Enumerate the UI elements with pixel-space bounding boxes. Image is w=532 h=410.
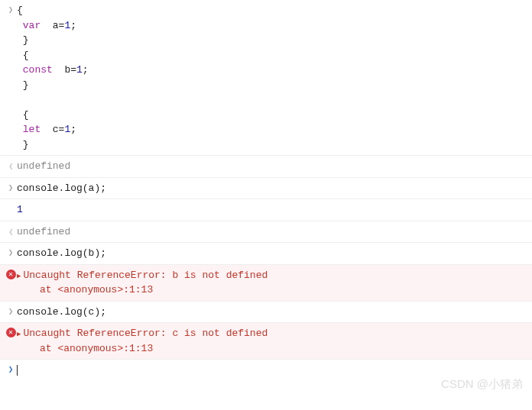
console-input[interactable]: ❯console.log(c); [0, 301, 532, 323]
console-error[interactable]: ✕▶Uncaught ReferenceError: b is not defi… [0, 264, 532, 301]
input-arrow-icon: ❯ [5, 3, 17, 17]
input-arrow-icon: ❯ [5, 305, 17, 318]
console-error[interactable]: ✕▶Uncaught ReferenceError: c is not defi… [0, 322, 532, 359]
input-arrow-icon: ❯ [5, 246, 17, 260]
console-output-undefined: ❯undefined [0, 155, 532, 177]
console-input[interactable]: ❯{ var a=1; } { const b=1; } { let c=1; … [0, 0, 532, 155]
output-arrow-icon: ❯ [5, 159, 17, 173]
console-input[interactable]: ❯console.log(b); [0, 242, 532, 264]
output-arrow-icon: ❯ [5, 224, 17, 238]
input-arrow-icon: ❯ [5, 181, 17, 195]
error-message: ▶Uncaught ReferenceError: c is not defin… [17, 326, 527, 356]
disclosure-triangle-icon[interactable]: ▶ [17, 330, 21, 341]
log-value: 1 [17, 202, 527, 218]
input-text: console.log(b); [17, 246, 527, 261]
error-message: ▶Uncaught ReferenceError: b is not defin… [17, 268, 527, 298]
error-icon: ✕ [5, 326, 17, 337]
input-text: console.log(a); [17, 181, 527, 196]
console-input[interactable]: ❯console.log(a); [0, 177, 532, 199]
disclosure-triangle-icon[interactable]: ▶ [17, 272, 21, 282]
console-prompt[interactable]: ❯ [0, 359, 532, 381]
code-block: { var a=1; } { const b=1; } { let c=1; } [17, 3, 527, 152]
console-output-undefined: ❯undefined [0, 221, 532, 243]
undefined-text: undefined [17, 224, 527, 240]
prompt-input[interactable] [17, 363, 527, 378]
cursor [17, 365, 18, 376]
input-text: console.log(c); [17, 305, 527, 320]
console-output: ❯{ var a=1; } { const b=1; } { let c=1; … [0, 0, 532, 381]
error-icon: ✕ [5, 268, 17, 279]
console-log: 1 [0, 199, 532, 221]
undefined-text: undefined [17, 159, 527, 174]
log-gutter [5, 202, 17, 203]
prompt-arrow-icon: ❯ [5, 363, 17, 376]
